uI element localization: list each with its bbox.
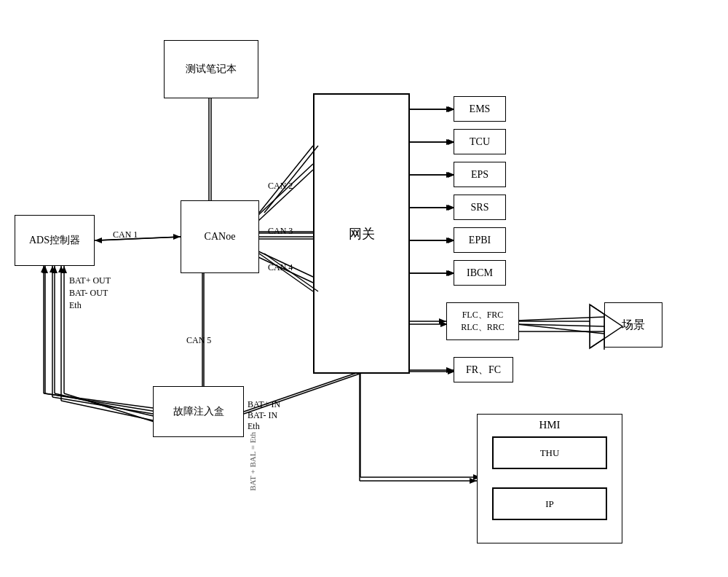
svg-line-11 bbox=[45, 393, 157, 412]
epbi-label: EPBI bbox=[469, 235, 491, 246]
srs-box: SRS bbox=[454, 195, 506, 220]
hmi-label: HMI bbox=[478, 419, 622, 431]
svg-line-13 bbox=[64, 393, 157, 423]
fr-fc-label: FR、FC bbox=[466, 364, 501, 377]
flc-frc-label: FLC、FRCRLC、RRC bbox=[461, 309, 504, 334]
gateway-box: 网关 bbox=[313, 93, 410, 374]
ip-label: IP bbox=[545, 498, 554, 510]
svg-marker-16 bbox=[61, 266, 67, 273]
svg-marker-83 bbox=[439, 318, 446, 324]
svg-line-63 bbox=[61, 401, 153, 420]
notebook-box: 测试笔记本 bbox=[164, 40, 258, 98]
svg-marker-57 bbox=[470, 478, 477, 484]
bat-plus-in-label: BAT+ IN bbox=[248, 399, 280, 410]
svg-line-61 bbox=[44, 393, 153, 408]
can3-label: CAN 3 bbox=[268, 226, 293, 237]
svg-line-47 bbox=[259, 146, 313, 213]
ads-label: ADS控制器 bbox=[29, 234, 80, 247]
eps-box: EPS bbox=[454, 162, 506, 187]
epbi-box: EPBI bbox=[454, 227, 506, 253]
ems-label: EMS bbox=[470, 103, 491, 115]
svg-marker-65 bbox=[50, 266, 55, 272]
notebook-label: 测试笔记本 bbox=[186, 63, 237, 76]
fault-box: 故障注入盒 bbox=[153, 386, 244, 437]
svg-line-48 bbox=[264, 146, 318, 213]
svg-marker-15 bbox=[52, 266, 58, 273]
canoe-box: CANoe bbox=[181, 200, 259, 273]
can5-label: CAN 5 bbox=[186, 335, 211, 346]
ibcm-label: IBCM bbox=[467, 267, 493, 279]
flc-frc-box: FLC、FRCRLC、RRC bbox=[446, 302, 519, 340]
svg-marker-85 bbox=[446, 367, 454, 373]
can4-label: CAN 4 bbox=[268, 262, 293, 273]
thu-label: THU bbox=[540, 447, 560, 459]
svg-line-62 bbox=[52, 397, 153, 414]
ads-box: ADS控制器 bbox=[15, 215, 95, 266]
svg-marker-71 bbox=[446, 106, 454, 112]
tcu-label: TCU bbox=[470, 136, 490, 148]
svg-marker-75 bbox=[446, 172, 454, 178]
svg-marker-66 bbox=[58, 266, 64, 272]
svg-line-7 bbox=[98, 237, 182, 240]
gateway-label: 网关 bbox=[349, 225, 375, 243]
ems-box: EMS bbox=[454, 96, 506, 122]
tcu-box: TCU bbox=[454, 129, 506, 154]
eth-out-label: Eth bbox=[69, 300, 82, 311]
bat-plus-out-label: BAT+ OUT bbox=[69, 275, 111, 286]
eth-in-label: Eth bbox=[248, 421, 260, 432]
eps-label: EPS bbox=[471, 169, 488, 181]
svg-marker-67 bbox=[95, 238, 102, 243]
ibcm-box: IBCM bbox=[454, 260, 506, 286]
bat-minus-in-label: BAT- IN bbox=[248, 410, 277, 421]
svg-marker-14 bbox=[42, 266, 48, 273]
svg-marker-81 bbox=[446, 270, 454, 276]
fr-fc-box: FR、FC bbox=[454, 357, 513, 382]
svg-line-12 bbox=[55, 393, 157, 417]
thu-box: THU bbox=[492, 436, 607, 469]
srs-label: SRS bbox=[471, 202, 489, 213]
hmi-box: HMI THU IP bbox=[477, 414, 622, 543]
svg-marker-79 bbox=[446, 238, 454, 243]
canoe-label: CANoe bbox=[205, 231, 236, 243]
svg-marker-64 bbox=[41, 266, 47, 272]
ip-box: IP bbox=[492, 487, 607, 520]
svg-marker-46 bbox=[173, 234, 181, 240]
fault-box-label: 故障注入盒 bbox=[173, 405, 224, 418]
can1-label: CAN 1 bbox=[113, 229, 138, 240]
svg-marker-73 bbox=[446, 139, 454, 145]
can2-label: CAN 2 bbox=[268, 181, 293, 192]
svg-line-2 bbox=[258, 170, 313, 221]
scene-box: 场景 bbox=[604, 302, 662, 348]
bat-bal-eth-label: BAT + BAL = Eth bbox=[248, 432, 257, 491]
diagram: 测试笔记本 ADS控制器 CANoe 网关 故障注入盒 EMS TCU EPS … bbox=[0, 0, 728, 577]
scene-label: 场景 bbox=[622, 318, 645, 333]
bat-minus-out-label: BAT- OUT bbox=[69, 288, 108, 299]
svg-marker-77 bbox=[446, 205, 454, 211]
